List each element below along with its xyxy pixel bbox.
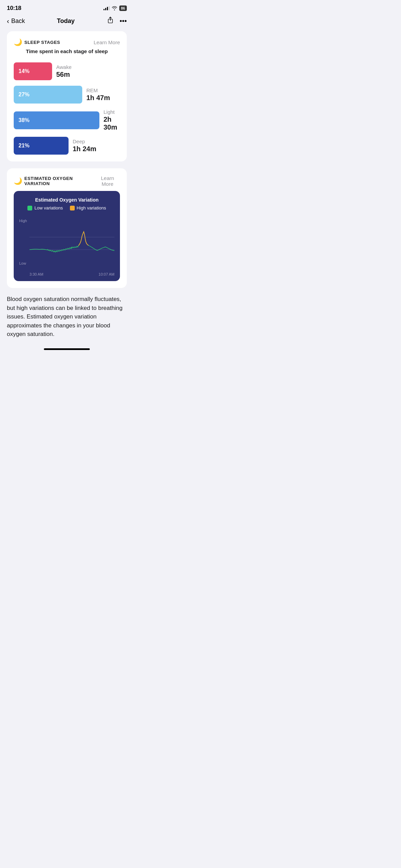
- nav-actions: •••: [107, 16, 127, 26]
- oxygen-chart-svg: [29, 216, 114, 271]
- awake-info: Awake 56m: [56, 64, 72, 79]
- chart-area: High Low 3:30 AM: [19, 216, 114, 276]
- oxygen-title: ESTIMATED OXYGEN VARIATION: [24, 176, 95, 186]
- awake-bar: 14%: [14, 62, 52, 80]
- legend-low: Low variations: [27, 205, 63, 210]
- y-axis-high: High: [19, 219, 27, 223]
- legend-low-label: Low variations: [34, 205, 63, 210]
- more-button[interactable]: •••: [120, 17, 127, 25]
- oxygen-description: Blood oxygen saturation normally fluctua…: [0, 295, 134, 346]
- share-icon: [107, 16, 114, 24]
- nav-bar: ‹ Back Today •••: [0, 14, 134, 31]
- svg-rect-1: [29, 224, 114, 264]
- light-duration: 2h 30m: [104, 116, 120, 131]
- page-title: Today: [57, 17, 75, 25]
- battery-icon: 86: [119, 5, 127, 11]
- stage-row-light: 38% Light 2h 30m: [14, 109, 120, 131]
- awake-label: Awake: [56, 64, 72, 70]
- sleep-stages-learn-more[interactable]: Learn More: [94, 39, 120, 45]
- sleep-stages-title: SLEEP STAGES: [24, 40, 60, 45]
- light-label: Light: [104, 109, 120, 115]
- chart-time-labels: 3:30 AM 10:07 AM: [19, 272, 114, 276]
- sleep-stages-header: 🌙 SLEEP STAGES Learn More: [14, 38, 120, 46]
- deep-label: Deep: [73, 138, 96, 144]
- oxygen-title-row: 🌙 ESTIMATED OXYGEN VARIATION: [14, 176, 95, 186]
- oxygen-header: 🌙 ESTIMATED OXYGEN VARIATION Learn More: [14, 175, 120, 187]
- chart-title: Estimated Oxygen Variation: [19, 197, 114, 203]
- home-indicator-bar: [44, 348, 90, 350]
- x-axis-start: 3:30 AM: [29, 272, 43, 276]
- status-bar: 10:18 86: [0, 0, 134, 14]
- main-content: 🌙 SLEEP STAGES Learn More Time spent in …: [0, 31, 134, 288]
- light-pct: 38%: [19, 117, 29, 123]
- legend-high: High variations: [70, 205, 106, 210]
- share-button[interactable]: [107, 16, 114, 26]
- rem-duration: 1h 47m: [86, 94, 110, 102]
- high-dot: [70, 206, 75, 210]
- signal-icon: [104, 6, 110, 10]
- stage-row-awake: 14% Awake 56m: [14, 62, 120, 80]
- y-axis-low: Low: [19, 261, 27, 265]
- back-button[interactable]: ‹ Back: [7, 17, 25, 25]
- wifi-icon: [112, 6, 117, 10]
- rem-label: REM: [86, 87, 110, 93]
- deep-duration: 1h 24m: [73, 145, 96, 153]
- oxygen-learn-more[interactable]: Learn More: [95, 175, 120, 187]
- x-axis-end: 10:07 AM: [99, 272, 114, 276]
- rem-pct: 27%: [19, 92, 29, 98]
- back-label: Back: [11, 17, 25, 25]
- oxygen-chart-container: Estimated Oxygen Variation Low variation…: [14, 191, 120, 281]
- home-indicator: [0, 346, 134, 352]
- moon-icon: 🌙: [14, 38, 22, 46]
- light-info: Light 2h 30m: [104, 109, 120, 131]
- deep-info: Deep 1h 24m: [73, 138, 96, 153]
- status-time: 10:18: [7, 5, 21, 12]
- stage-row-rem: 27% REM 1h 47m: [14, 86, 120, 104]
- sleep-stages-subtitle: Time spent in each stage of sleep: [14, 48, 120, 54]
- awake-duration: 56m: [56, 71, 72, 79]
- rem-bar: 27%: [14, 86, 82, 104]
- awake-pct: 14%: [19, 68, 29, 74]
- status-icons: 86: [104, 5, 127, 11]
- ellipsis-icon: •••: [120, 17, 127, 25]
- oxygen-section: 🌙 ESTIMATED OXYGEN VARIATION Learn More …: [7, 168, 127, 288]
- sleep-stages-section: 🌙 SLEEP STAGES Learn More Time spent in …: [7, 31, 127, 161]
- chart-legend: Low variations High variations: [19, 205, 114, 210]
- stage-row-deep: 21% Deep 1h 24m: [14, 137, 120, 155]
- deep-pct: 21%: [19, 143, 29, 149]
- low-dot: [27, 206, 32, 210]
- light-bar: 38%: [14, 111, 99, 129]
- chevron-left-icon: ‹: [7, 17, 9, 25]
- legend-high-label: High variations: [77, 205, 106, 210]
- deep-bar: 21%: [14, 137, 69, 155]
- rem-info: REM 1h 47m: [86, 87, 110, 102]
- oxygen-moon-icon: 🌙: [14, 177, 22, 185]
- section-title-row: 🌙 SLEEP STAGES: [14, 38, 60, 46]
- sleep-stages-list: 14% Awake 56m 27% REM 1h 47m: [14, 62, 120, 155]
